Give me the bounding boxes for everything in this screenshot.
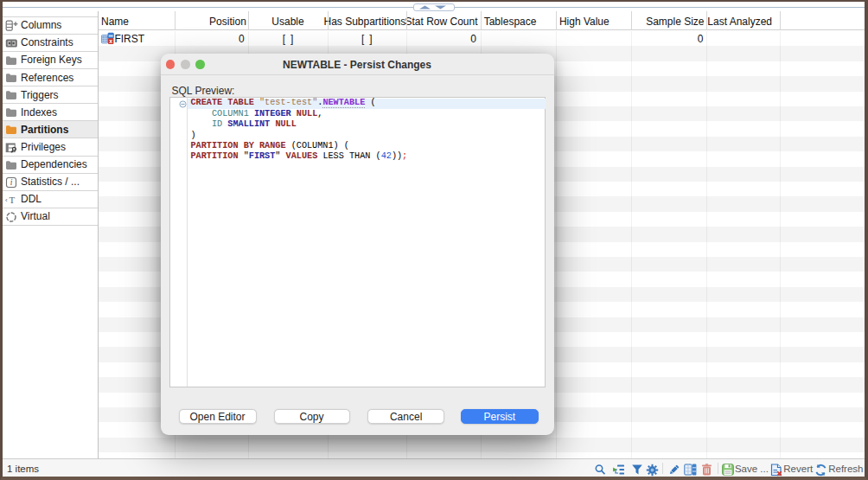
svg-text:x: x [109, 37, 112, 43]
svg-text:i: i [10, 178, 13, 187]
svg-text:T: T [10, 195, 16, 205]
svg-text:‹: ‹ [5, 196, 8, 204]
